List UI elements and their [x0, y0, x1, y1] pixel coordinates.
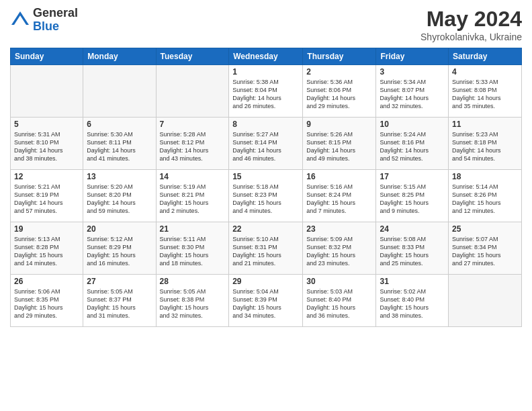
day-number: 21 — [160, 224, 226, 234]
day-number: 1 — [232, 67, 299, 77]
day-number: 8 — [232, 120, 299, 129]
day-number: 29 — [232, 277, 299, 286]
day-cell: 31Sunrise: 5:02 AM Sunset: 8:40 PM Dayli… — [376, 275, 449, 327]
day-cell: 19Sunrise: 5:13 AM Sunset: 8:28 PM Dayli… — [11, 222, 83, 275]
day-info: Sunrise: 5:12 AM Sunset: 8:29 PM Dayligh… — [87, 235, 152, 268]
day-number: 15 — [232, 172, 299, 181]
day-cell: 12Sunrise: 5:21 AM Sunset: 8:19 PM Dayli… — [11, 170, 83, 222]
day-cell: 30Sunrise: 5:03 AM Sunset: 8:40 PM Dayli… — [303, 275, 376, 327]
day-number: 25 — [452, 224, 518, 234]
day-cell: 8Sunrise: 5:27 AM Sunset: 8:14 PM Daylig… — [229, 118, 303, 170]
day-info: Sunrise: 5:16 AM Sunset: 8:24 PM Dayligh… — [306, 183, 372, 216]
day-cell: 17Sunrise: 5:15 AM Sunset: 8:25 PM Dayli… — [376, 170, 449, 222]
col-header-sunday: Sunday — [11, 48, 83, 65]
day-info: Sunrise: 5:06 AM Sunset: 8:35 PM Dayligh… — [14, 287, 79, 320]
day-info: Sunrise: 5:05 AM Sunset: 8:37 PM Dayligh… — [87, 287, 152, 320]
day-info: Sunrise: 5:07 AM Sunset: 8:34 PM Dayligh… — [452, 235, 518, 268]
day-info: Sunrise: 5:03 AM Sunset: 8:40 PM Dayligh… — [306, 287, 372, 320]
calendar-table: SundayMondayTuesdayWednesdayThursdayFrid… — [10, 48, 522, 327]
day-cell: 13Sunrise: 5:20 AM Sunset: 8:20 PM Dayli… — [83, 170, 156, 222]
day-info: Sunrise: 5:36 AM Sunset: 8:06 PM Dayligh… — [306, 78, 372, 111]
day-number: 14 — [160, 172, 226, 181]
day-info: Sunrise: 5:38 AM Sunset: 8:04 PM Dayligh… — [232, 78, 299, 111]
day-cell: 28Sunrise: 5:05 AM Sunset: 8:38 PM Dayli… — [156, 275, 229, 327]
day-number: 24 — [380, 224, 445, 234]
day-cell: 1Sunrise: 5:38 AM Sunset: 8:04 PM Daylig… — [229, 65, 303, 118]
day-info: Sunrise: 5:15 AM Sunset: 8:25 PM Dayligh… — [380, 183, 445, 216]
day-number: 20 — [87, 224, 152, 234]
day-cell — [83, 65, 156, 118]
col-header-tuesday: Tuesday — [156, 48, 229, 65]
day-cell: 10Sunrise: 5:24 AM Sunset: 8:16 PM Dayli… — [376, 118, 449, 170]
day-cell — [156, 65, 229, 118]
day-cell: 11Sunrise: 5:23 AM Sunset: 8:18 PM Dayli… — [449, 118, 522, 170]
day-info: Sunrise: 5:04 AM Sunset: 8:39 PM Dayligh… — [232, 287, 299, 320]
day-info: Sunrise: 5:08 AM Sunset: 8:33 PM Dayligh… — [380, 235, 445, 268]
day-info: Sunrise: 5:14 AM Sunset: 8:26 PM Dayligh… — [452, 183, 518, 216]
logo-blue: Blue — [33, 20, 78, 34]
title-block: May 2024 Shyrokolanivka, Ukraine — [420, 7, 522, 42]
day-number: 27 — [87, 277, 152, 286]
day-info: Sunrise: 5:33 AM Sunset: 8:08 PM Dayligh… — [452, 78, 518, 111]
page: General Blue May 2024 Shyrokolanivka, Uk… — [0, 0, 532, 411]
logo-text: General Blue — [33, 7, 78, 34]
day-info: Sunrise: 5:31 AM Sunset: 8:10 PM Dayligh… — [14, 130, 79, 163]
day-cell: 5Sunrise: 5:31 AM Sunset: 8:10 PM Daylig… — [11, 118, 83, 170]
logo-general: General — [33, 7, 78, 20]
day-cell: 18Sunrise: 5:14 AM Sunset: 8:26 PM Dayli… — [449, 170, 522, 222]
day-info: Sunrise: 5:30 AM Sunset: 8:11 PM Dayligh… — [87, 130, 152, 163]
day-number: 11 — [452, 120, 518, 129]
day-cell: 4Sunrise: 5:33 AM Sunset: 8:08 PM Daylig… — [449, 65, 522, 118]
week-row-3: 12Sunrise: 5:21 AM Sunset: 8:19 PM Dayli… — [11, 170, 522, 222]
day-number: 7 — [160, 120, 226, 129]
day-cell: 3Sunrise: 5:34 AM Sunset: 8:07 PM Daylig… — [376, 65, 449, 118]
col-header-monday: Monday — [83, 48, 156, 65]
day-info: Sunrise: 5:34 AM Sunset: 8:07 PM Dayligh… — [380, 78, 445, 111]
day-cell — [449, 275, 522, 327]
week-row-1: 1Sunrise: 5:38 AM Sunset: 8:04 PM Daylig… — [11, 65, 522, 118]
col-header-wednesday: Wednesday — [229, 48, 303, 65]
day-cell: 26Sunrise: 5:06 AM Sunset: 8:35 PM Dayli… — [11, 275, 83, 327]
day-number: 16 — [306, 172, 372, 181]
day-info: Sunrise: 5:10 AM Sunset: 8:31 PM Dayligh… — [232, 235, 299, 268]
month-title: May 2024 — [420, 7, 522, 32]
day-cell: 9Sunrise: 5:26 AM Sunset: 8:15 PM Daylig… — [303, 118, 376, 170]
day-number: 23 — [306, 224, 372, 234]
day-info: Sunrise: 5:09 AM Sunset: 8:32 PM Dayligh… — [306, 235, 372, 268]
day-info: Sunrise: 5:24 AM Sunset: 8:16 PM Dayligh… — [380, 130, 445, 163]
day-cell: 24Sunrise: 5:08 AM Sunset: 8:33 PM Dayli… — [376, 222, 449, 275]
col-header-friday: Friday — [376, 48, 449, 65]
day-info: Sunrise: 5:20 AM Sunset: 8:20 PM Dayligh… — [87, 183, 152, 216]
day-number: 30 — [306, 277, 372, 286]
day-cell: 23Sunrise: 5:09 AM Sunset: 8:32 PM Dayli… — [303, 222, 376, 275]
day-number: 5 — [14, 120, 79, 129]
day-cell: 22Sunrise: 5:10 AM Sunset: 8:31 PM Dayli… — [229, 222, 303, 275]
day-number: 13 — [87, 172, 152, 181]
col-header-thursday: Thursday — [303, 48, 376, 65]
day-info: Sunrise: 5:05 AM Sunset: 8:38 PM Dayligh… — [160, 287, 226, 320]
day-number: 6 — [87, 120, 152, 129]
day-number: 22 — [232, 224, 299, 234]
day-number: 3 — [380, 67, 445, 77]
day-info: Sunrise: 5:27 AM Sunset: 8:14 PM Dayligh… — [232, 130, 299, 163]
location-subtitle: Shyrokolanivka, Ukraine — [420, 32, 522, 42]
day-number: 31 — [380, 277, 445, 286]
day-cell: 14Sunrise: 5:19 AM Sunset: 8:21 PM Dayli… — [156, 170, 229, 222]
day-cell: 15Sunrise: 5:18 AM Sunset: 8:23 PM Dayli… — [229, 170, 303, 222]
day-number: 12 — [14, 172, 79, 181]
day-info: Sunrise: 5:02 AM Sunset: 8:40 PM Dayligh… — [380, 287, 445, 320]
day-info: Sunrise: 5:18 AM Sunset: 8:23 PM Dayligh… — [232, 183, 299, 216]
day-cell: 27Sunrise: 5:05 AM Sunset: 8:37 PM Dayli… — [83, 275, 156, 327]
day-cell: 7Sunrise: 5:28 AM Sunset: 8:12 PM Daylig… — [156, 118, 229, 170]
day-info: Sunrise: 5:21 AM Sunset: 8:19 PM Dayligh… — [14, 183, 79, 216]
week-row-4: 19Sunrise: 5:13 AM Sunset: 8:28 PM Dayli… — [11, 222, 522, 275]
day-number: 28 — [160, 277, 226, 286]
day-cell: 21Sunrise: 5:11 AM Sunset: 8:30 PM Dayli… — [156, 222, 229, 275]
day-info: Sunrise: 5:13 AM Sunset: 8:28 PM Dayligh… — [14, 235, 79, 268]
header-row: SundayMondayTuesdayWednesdayThursdayFrid… — [11, 48, 522, 65]
day-cell: 16Sunrise: 5:16 AM Sunset: 8:24 PM Dayli… — [303, 170, 376, 222]
header: General Blue May 2024 Shyrokolanivka, Uk… — [10, 7, 522, 42]
col-header-saturday: Saturday — [449, 48, 522, 65]
day-number: 10 — [380, 120, 445, 129]
day-cell: 2Sunrise: 5:36 AM Sunset: 8:06 PM Daylig… — [303, 65, 376, 118]
